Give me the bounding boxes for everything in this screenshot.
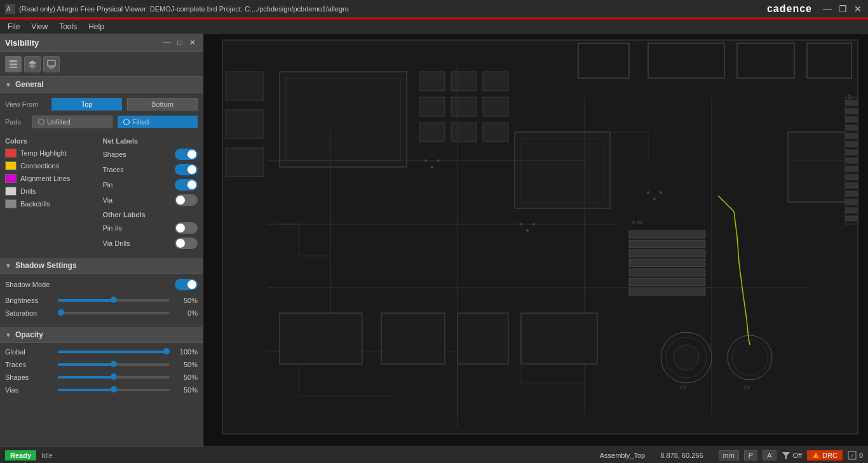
section-opacity[interactable]: ▼ Opacity (0, 327, 203, 343)
drc-label: DRC (822, 452, 837, 459)
net-pin-toggle[interactable] (175, 179, 198, 191)
opacity-shapes-slider[interactable] (58, 375, 170, 379)
svg-text:✓: ✓ (850, 453, 855, 459)
color-alignment: Alignment Lines (5, 174, 100, 183)
svg-rect-74 (846, 166, 857, 171)
svg-rect-17 (226, 72, 264, 100)
section-opacity-arrow: ▼ (5, 332, 11, 339)
other-pin-label: Pin #s (103, 224, 123, 232)
svg-rect-33 (629, 250, 705, 257)
pads-unfilled[interactable]: Unfilled (32, 116, 112, 128)
opacity-global-slider[interactable] (58, 350, 170, 354)
title-label: (Read only) Allegro Free Physical Viewer… (19, 5, 349, 13)
check-count: 0 (859, 452, 863, 459)
other-viadrills-toggle[interactable] (175, 238, 198, 249)
net-traces-toggle[interactable] (175, 164, 198, 175)
status-idle: Idle (41, 452, 53, 459)
minimize-button[interactable]: — (822, 4, 832, 14)
net-via-toggle[interactable] (175, 194, 198, 206)
other-pin-toggle[interactable] (175, 222, 198, 234)
status-unit-button[interactable]: mm (719, 450, 739, 460)
opacity-traces-slider[interactable] (58, 363, 170, 366)
connections-label: Connections (20, 162, 59, 170)
menu-file[interactable]: File (3, 21, 25, 32)
backdrills-swatch[interactable] (5, 199, 17, 208)
title-text: A (Read only) Allegro Free Physical View… (5, 4, 349, 14)
pcb-canvas[interactable]: J1 0.70 C1 C2 (203, 34, 868, 446)
connections-swatch[interactable] (5, 161, 17, 170)
svg-point-82 (431, 166, 433, 168)
brightness-row: Brightness 50% (5, 297, 198, 304)
status-p-button[interactable]: P (744, 450, 757, 460)
panel-icon-monitor[interactable] (43, 56, 60, 72)
pads-row: Pads Unfilled Filled (5, 116, 198, 128)
section-shadow-label: Shadow Settings (15, 261, 77, 270)
pcb-view: J1 0.70 C1 C2 (203, 34, 868, 446)
saturation-track (58, 312, 170, 314)
svg-rect-64 (521, 313, 597, 364)
opacity-vias-slider[interactable] (58, 388, 170, 392)
net-pin-label: Pin (103, 181, 113, 189)
svg-rect-37 (629, 288, 705, 295)
temp-highlight-swatch[interactable] (5, 149, 17, 158)
svg-rect-72 (846, 150, 857, 155)
svg-text:A: A (6, 6, 11, 13)
net-shapes-toggle[interactable] (175, 149, 198, 160)
svg-rect-20 (280, 72, 407, 167)
menu-view[interactable]: View (26, 21, 53, 32)
shadow-content: Shadow Mode Brightness 50% Saturation (0, 274, 203, 327)
svg-rect-19 (226, 148, 264, 177)
close-button[interactable]: ✕ (853, 4, 863, 14)
net-traces-label: Traces (103, 166, 124, 173)
alignment-swatch[interactable] (5, 174, 17, 183)
panel-minimize[interactable]: — (162, 37, 172, 48)
svg-rect-36 (629, 278, 705, 286)
menu-tools[interactable]: Tools (54, 21, 82, 32)
view-top-button[interactable]: Top (51, 98, 122, 111)
opacity-global-row: Global 100% (5, 348, 198, 356)
svg-marker-94 (782, 452, 790, 459)
color-temp-highlight: Temp Highlight (5, 149, 100, 158)
panel-maximize[interactable]: □ (175, 37, 185, 48)
opacity-vias-value: 50% (175, 386, 198, 394)
section-shadow[interactable]: ▼ Shadow Settings (0, 258, 203, 274)
drills-swatch[interactable] (5, 187, 17, 196)
brightness-slider[interactable] (58, 299, 170, 302)
panel-close[interactable]: ✕ (187, 37, 198, 48)
color-backdrills: Backdrills (5, 199, 100, 208)
saturation-thumb[interactable] (58, 309, 64, 316)
pads-filled[interactable]: Filled (118, 116, 198, 128)
status-a-button[interactable]: A (763, 450, 776, 460)
color-drills: Drills (5, 187, 100, 196)
section-general[interactable]: ▼ General (0, 77, 203, 93)
svg-text:C1: C1 (680, 385, 687, 391)
unfilled-radio (38, 119, 44, 125)
svg-point-81 (424, 159, 427, 162)
temp-highlight-label: Temp Highlight (20, 149, 67, 157)
panel-icon-layers[interactable] (5, 56, 22, 72)
brightness-value: 50% (175, 297, 198, 304)
panel-icon-stack[interactable] (24, 56, 41, 72)
brightness-thumb[interactable] (111, 297, 117, 303)
net-pin-row: Pin (103, 179, 198, 191)
status-layer: Assembly_Top (600, 452, 646, 459)
net-traces-row: Traces (103, 164, 198, 175)
svg-rect-78 (846, 199, 857, 205)
svg-text:C2: C2 (743, 385, 750, 391)
svg-rect-26 (451, 97, 477, 116)
section-shadow-arrow: ▼ (5, 262, 11, 269)
panel-controls: — □ ✕ (162, 37, 198, 48)
svg-rect-73 (846, 158, 857, 163)
svg-rect-31 (629, 231, 705, 238)
net-shapes-label: Shapes (103, 151, 126, 158)
maximize-button[interactable]: ❐ (837, 4, 848, 14)
status-drc[interactable]: ! DRC (807, 450, 843, 460)
saturation-slider[interactable] (58, 311, 170, 315)
svg-point-89 (660, 191, 662, 194)
menu-help[interactable]: Help (83, 21, 109, 32)
panel-icons (0, 52, 203, 77)
saturation-row: Saturation 0% (5, 309, 198, 317)
opacity-vias-label: Vias (5, 386, 53, 394)
shadow-mode-toggle[interactable] (175, 279, 198, 290)
view-bottom-button[interactable]: Bottom (127, 98, 198, 111)
